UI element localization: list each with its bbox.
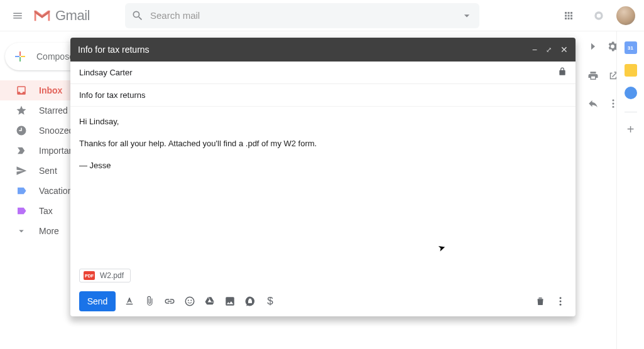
- image-icon[interactable]: [224, 295, 236, 308]
- search-icon: [131, 9, 144, 22]
- toolbar-right: [587, 40, 619, 53]
- header-right: [556, 3, 639, 28]
- to-field[interactable]: Lindsay Carter: [70, 62, 576, 84]
- compose-dialog: Info for tax returns − ⤢ ✕ Lindsay Carte…: [70, 38, 576, 316]
- dialog-titlebar[interactable]: Info for tax returns − ⤢ ✕: [70, 38, 576, 62]
- label-icon: [15, 205, 28, 217]
- compose-label: Compose: [36, 51, 74, 62]
- chevron-down-icon: [15, 225, 28, 237]
- print-icon[interactable]: [587, 70, 599, 82]
- chevron-right-icon[interactable]: [587, 41, 599, 52]
- svg-point-1: [597, 13, 601, 18]
- send-icon: [15, 164, 28, 177]
- account-avatar[interactable]: [616, 6, 635, 25]
- close-icon[interactable]: ✕: [560, 45, 568, 55]
- tasks-addon-icon[interactable]: [625, 87, 637, 99]
- emoji-icon[interactable]: [183, 295, 196, 308]
- apps-grid-icon: [563, 10, 574, 21]
- dialog-title: Info for tax returns: [78, 45, 532, 55]
- minimize-icon[interactable]: −: [532, 45, 537, 55]
- svg-point-10: [560, 304, 562, 306]
- svg-point-2: [613, 99, 614, 101]
- svg-point-8: [560, 297, 562, 299]
- svg-point-5: [185, 297, 194, 306]
- search-bar[interactable]: [125, 3, 479, 28]
- reply-actions: [587, 98, 619, 109]
- formatting-icon[interactable]: [123, 295, 136, 308]
- search-dropdown-icon[interactable]: [461, 9, 473, 22]
- gmail-logo[interactable]: Gmail: [33, 8, 90, 24]
- keep-addon-icon[interactable]: [625, 64, 637, 77]
- confidential-lock-icon[interactable]: [558, 67, 567, 78]
- body-line: Hi Lindsay,: [79, 115, 567, 129]
- attach-icon[interactable]: [143, 295, 156, 308]
- drive-icon[interactable]: [204, 295, 216, 308]
- menu-button[interactable]: [5, 3, 30, 28]
- topbar: Gmail: [0, 0, 644, 31]
- discard-icon[interactable]: [534, 295, 547, 308]
- sidebar-item-label: Vacation: [39, 186, 72, 196]
- sidebar-item-label: Starred: [39, 105, 68, 115]
- body-line: Thanks for all your help. Attached you'l…: [79, 137, 567, 151]
- body-line: — Jesse: [79, 159, 567, 173]
- star-icon: [15, 104, 28, 117]
- sidebar-item-label: Inbox: [39, 85, 62, 95]
- inbox-icon: [15, 84, 28, 97]
- svg-point-3: [613, 103, 614, 105]
- gmail-logo-text: Gmail: [55, 8, 90, 24]
- search-input[interactable]: [150, 10, 461, 21]
- svg-point-6: [188, 300, 189, 301]
- send-button[interactable]: Send: [79, 291, 116, 311]
- attachments-row: PDF W2.pdf: [70, 269, 576, 287]
- get-addons-button[interactable]: +: [627, 122, 635, 137]
- notifications-button[interactable]: [586, 3, 611, 28]
- svg-point-9: [560, 301, 562, 303]
- subject-field[interactable]: Info for tax returns: [70, 84, 576, 107]
- bell-icon: [592, 9, 605, 22]
- message-actions: [587, 70, 619, 82]
- compose-plus-icon: [13, 49, 28, 64]
- attachment-chip[interactable]: PDF W2.pdf: [79, 269, 131, 282]
- svg-point-4: [613, 106, 614, 108]
- svg-point-7: [190, 300, 192, 301]
- important-icon: [15, 144, 28, 157]
- pdf-badge-icon: PDF: [84, 271, 95, 280]
- side-panel: +: [616, 31, 644, 349]
- confidential-mode-icon[interactable]: [244, 295, 256, 308]
- sidebar-item-label: Tax: [39, 206, 53, 216]
- fullscreen-icon[interactable]: ⤢: [546, 46, 552, 54]
- sidebar-item-label: More: [39, 226, 59, 236]
- to-value: Lindsay Carter: [79, 68, 133, 77]
- subject-value: Info for tax returns: [79, 90, 146, 100]
- hamburger-icon: [12, 10, 23, 21]
- link-icon[interactable]: [163, 295, 176, 308]
- message-body[interactable]: Hi Lindsay, Thanks for all your help. At…: [70, 107, 576, 269]
- reply-icon[interactable]: [587, 98, 599, 109]
- calendar-addon-icon[interactable]: [625, 41, 637, 54]
- attachment-name: W2.pdf: [100, 271, 124, 280]
- label-icon: [15, 185, 28, 197]
- sidebar-item-label: Snoozed: [39, 126, 74, 136]
- gmail-m-icon: [33, 9, 52, 23]
- more-options-icon[interactable]: [554, 295, 567, 308]
- compose-toolbar: Send $: [70, 286, 576, 316]
- apps-button[interactable]: [556, 3, 581, 28]
- sidepanel-divider: [625, 112, 637, 112]
- clock-icon: [15, 124, 28, 137]
- money-icon[interactable]: $: [264, 295, 276, 308]
- sidebar-item-label: Sent: [39, 166, 57, 176]
